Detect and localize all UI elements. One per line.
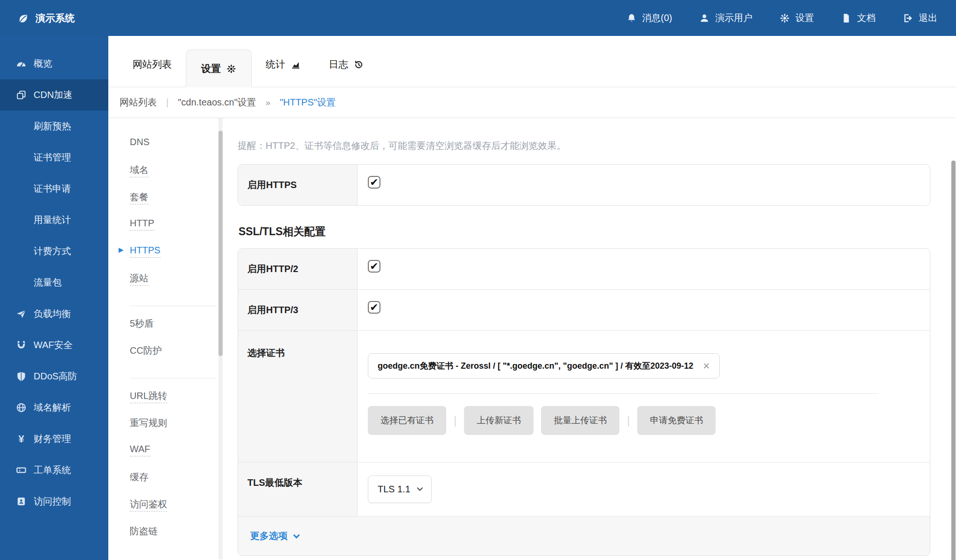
button-separator: | <box>627 414 630 427</box>
sidebar-item-access-control[interactable]: 访问控制 <box>0 486 108 517</box>
leaf-logo-icon <box>18 13 28 23</box>
topbar-item-label: 设置 <box>795 12 814 24</box>
magnet-icon <box>16 340 27 350</box>
breadcrumb-separator: | <box>166 97 169 108</box>
tab-settings[interactable]: 设置 <box>186 49 252 87</box>
breadcrumb-chevron: » <box>266 98 271 108</box>
gauge-icon <box>16 58 27 69</box>
submenu-item-domain[interactable]: 域名 <box>130 164 225 191</box>
enable-http2-checkbox[interactable]: ✔ <box>368 260 380 273</box>
row-label: 启用HTTPS <box>238 165 358 205</box>
button-separator: | <box>454 414 457 427</box>
sidebar-item-load-balancer[interactable]: 负载均衡 <box>0 298 108 329</box>
breadcrumb-https-settings[interactable]: "HTTPS"设置 <box>280 96 336 109</box>
sidebar-item-refresh-preheat[interactable]: 刷新预热 <box>0 111 108 142</box>
sidebar-item-cert-apply[interactable]: 证书申请 <box>0 173 108 204</box>
submenu-item-origin[interactable]: 源站 <box>130 272 225 299</box>
row-label: 选择证书 <box>238 331 358 462</box>
certificate-chip-text: goedge.cn免费证书 - Zerossl / [ "*.goedge.cn… <box>378 360 693 371</box>
topbar-item-user[interactable]: 演示用户 <box>699 12 752 24</box>
gear-icon <box>780 13 790 23</box>
submenu-item-http[interactable]: HTTP <box>130 218 225 245</box>
gear-icon <box>226 64 236 74</box>
more-options-row: 更多选项 <box>238 517 930 555</box>
submenu-divider <box>130 378 217 378</box>
submenu-scrollbar-thumb[interactable] <box>218 131 223 356</box>
topbar-item-settings[interactable]: 设置 <box>780 12 814 24</box>
enable-http3-row: 启用HTTP/3 ✔ <box>238 290 930 331</box>
row-label: 启用HTTP/3 <box>238 290 358 330</box>
submenu-item-rewrite-rules[interactable]: 重写规则 <box>130 417 225 444</box>
enable-https-row: 启用HTTPS ✔ <box>238 165 930 205</box>
topbar-item-label: 演示用户 <box>715 12 752 24</box>
remove-certificate-icon[interactable]: ✕ <box>703 361 710 371</box>
globe-icon <box>16 402 27 413</box>
submenu-item-waf[interactable]: WAF <box>130 444 225 471</box>
https-settings-form: 提醒：HTTP2、证书等信息修改后，可能需要清空浏览器缓存后才能浏览效果。 启用… <box>238 118 930 560</box>
submenu-scrollbar[interactable] <box>218 118 223 560</box>
submenu-item-https[interactable]: ▶ HTTPS <box>130 245 225 272</box>
submenu-item-plan[interactable]: 套餐 <box>130 191 225 218</box>
sidebar-item-finance[interactable]: ¥ 财务管理 <box>0 423 108 455</box>
certificate-chip[interactable]: goedge.cn免费证书 - Zerossl / [ "*.goedge.cn… <box>368 353 720 378</box>
sidebar-item-traffic-package[interactable]: 流量包 <box>0 267 108 298</box>
submenu-item-url-redirect[interactable]: URL跳转 <box>130 390 225 417</box>
topbar-item-docs[interactable]: 文档 <box>841 12 876 24</box>
upload-new-cert-button[interactable]: 上传新证书 <box>464 406 534 435</box>
select-existing-cert-button[interactable]: 选择已有证书 <box>368 406 446 435</box>
sidebar-item-waf[interactable]: WAF安全 <box>0 329 108 361</box>
submenu-item-cache[interactable]: 缓存 <box>130 471 225 498</box>
sidebar-item-cert-manage[interactable]: 证书管理 <box>0 142 108 173</box>
tab-site-list[interactable]: 网站列表 <box>119 58 186 87</box>
sidebar-item-tickets[interactable]: 工单系统 <box>0 455 108 486</box>
settings-submenu: DNS 域名 套餐 HTTP ▶ HTTPS 源站 5秒盾 CC防护 URL跳转… <box>108 118 225 560</box>
submenu-item-auth[interactable]: 访问鉴权 <box>130 498 225 525</box>
breadcrumb-site-list[interactable]: 网站列表 <box>120 96 157 109</box>
tab-stats[interactable]: 统计 <box>252 58 315 87</box>
page-scrollbar-thumb[interactable] <box>951 161 956 560</box>
sidebar-item-overview[interactable]: 概览 <box>0 48 108 79</box>
tls-min-version-row: TLS最低版本 TLS 1.1 <box>238 462 930 517</box>
brand[interactable]: 演示系统 <box>18 12 75 25</box>
sidebar-item-cdn[interactable]: CDN加速 <box>0 79 108 111</box>
ticket-icon <box>16 465 27 476</box>
logout-icon <box>903 13 913 23</box>
chevron-down-icon <box>293 532 300 538</box>
enable-https-checkbox[interactable]: ✔ <box>368 176 380 189</box>
history-icon <box>354 60 364 70</box>
topbar-item-label: 消息(0) <box>642 12 672 24</box>
shield-icon <box>16 371 27 382</box>
submenu-item-dns[interactable]: DNS <box>130 137 225 164</box>
tabs-row: 网站列表 设置 统计 日志 <box>108 36 956 87</box>
paper-plane-icon <box>16 308 27 319</box>
topbar-item-messages[interactable]: 消息(0) <box>626 12 672 24</box>
sidebar: 概览 CDN加速 刷新预热 证书管理 证书申请 用量统计 计费方式 流量包 负载… <box>0 36 108 560</box>
enable-https-table: 启用HTTPS ✔ <box>238 164 930 206</box>
breadcrumb-site-settings[interactable]: "cdn.teaos.cn"设置 <box>178 96 256 109</box>
sidebar-item-dns-resolve[interactable]: 域名解析 <box>0 392 108 423</box>
batch-upload-cert-button[interactable]: 批量上传证书 <box>541 406 619 435</box>
submenu-item-cc-protect[interactable]: CC防护 <box>130 344 225 371</box>
cert-cell-divider <box>368 393 879 394</box>
tls-version-value: TLS 1.1 <box>378 484 410 495</box>
topbar-menu: 消息(0) 演示用户 设置 文档 退出 <box>626 12 937 24</box>
brand-title: 演示系统 <box>35 12 75 25</box>
sidebar-item-label: CDN加速 <box>34 89 72 101</box>
sidebar-item-billing-method[interactable]: 计费方式 <box>0 236 108 267</box>
submenu-item-5s-shield[interactable]: 5秒盾 <box>130 317 225 344</box>
sidebar-item-usage-stats[interactable]: 用量统计 <box>0 204 108 236</box>
enable-http3-checkbox[interactable]: ✔ <box>368 301 380 314</box>
apply-free-cert-button[interactable]: 申请免费证书 <box>637 406 716 435</box>
chevron-down-icon <box>417 485 423 491</box>
breadcrumb: 网站列表 | "cdn.teaos.cn"设置 » "HTTPS"设置 <box>108 87 956 118</box>
tab-logs[interactable]: 日志 <box>315 58 378 87</box>
topbar-item-logout[interactable]: 退出 <box>903 12 937 24</box>
more-options-link[interactable]: 更多选项 <box>250 530 298 542</box>
enable-http2-row: 启用HTTP/2 ✔ <box>238 249 930 290</box>
bell-icon <box>626 13 637 23</box>
active-arrow-icon: ▶ <box>119 246 124 253</box>
submenu-item-hotlink[interactable]: 防盗链 <box>130 525 225 552</box>
sidebar-item-ddos[interactable]: DDoS高防 <box>0 361 108 392</box>
certificate-buttons: 选择已有证书 | 上传新证书 批量上传证书 | 申请免费证书 <box>368 406 919 435</box>
tls-version-select[interactable]: TLS 1.1 <box>368 476 432 503</box>
